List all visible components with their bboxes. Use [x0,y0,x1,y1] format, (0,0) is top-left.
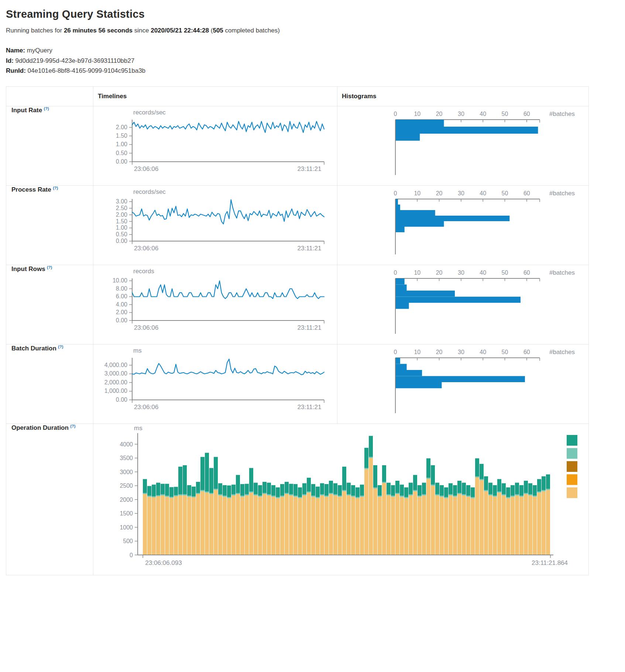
timelines-column-header: Timelines [93,93,127,100]
input-rate-histogram-chart: 0102030405060#batches [337,106,588,185]
svg-text:23:11:21: 23:11:21 [298,404,322,411]
svg-text:0: 0 [394,111,397,117]
process-rate-label-cell: Process Rate (?) [6,185,93,265]
svg-text:0: 0 [130,552,133,558]
svg-text:10: 10 [414,349,420,355]
input-rate-histogram-cell: 0102030405060#batches [337,106,589,185]
svg-text:2.00: 2.00 [116,124,127,130]
svg-text:60: 60 [523,349,530,355]
runid-label: RunId: [6,67,26,74]
svg-text:2,000.00: 2,000.00 [104,379,127,385]
svg-text:#batches: #batches [549,110,575,117]
name-value: myQuery [27,47,52,54]
svg-text:23:06:06: 23:06:06 [134,245,158,252]
header-timelines-cell: Timelines [93,86,337,106]
name-label: Name: [6,47,25,54]
statistics-table: Timelines Histograms Input Rate (?) reco… [6,86,589,575]
svg-text:30: 30 [458,190,464,196]
svg-text:10.00: 10.00 [113,277,127,284]
page: Streaming Query Statistics Running batch… [0,0,625,580]
batch-duration-help-icon[interactable]: (?) [58,344,63,349]
svg-text:4.00: 4.00 [116,301,127,308]
svg-text:3000: 3000 [120,469,133,475]
legend-swatch [567,448,577,459]
svg-text:3.00: 3.00 [116,198,127,205]
svg-text:0.00: 0.00 [116,397,127,403]
svg-text:6.00: 6.00 [116,293,127,299]
input-rows-histogram-cell: 0102030405060#batches [337,265,589,344]
input-rows-row: Input Rows (?) records10.008.006.004.002… [6,265,589,344]
batch-duration-histogram-chart: 0102030405060#batches [337,344,588,423]
svg-text:#batches: #batches [549,349,575,356]
batch-duration-label: Batch Duration [6,345,56,352]
running-summary: Running batches for 26 minutes 56 second… [6,27,619,34]
operation-duration-row: Operation Duration (?) ms400035003000250… [6,424,589,575]
svg-text:0: 0 [394,349,397,355]
input-rate-help-icon[interactable]: (?) [44,106,49,111]
running-duration: 26 minutes 56 seconds [64,27,133,34]
svg-text:1.00: 1.00 [116,224,127,231]
batch-duration-timeline-chart: ms4,000.003,000.002,000.001,000.000.0023… [93,344,335,423]
id-value: 9d0dd219-995d-423e-b97d-36931110bb27 [16,57,135,64]
svg-text:1.00: 1.00 [116,141,127,147]
summary-text: Running batches for [6,27,64,34]
svg-text:23:11:21: 23:11:21 [298,324,322,331]
operation-duration-label: Operation Duration [6,424,69,431]
operation-duration-help-icon[interactable]: (?) [70,424,75,428]
completed-batches-count: 505 [213,27,223,34]
svg-text:2.50: 2.50 [116,205,127,211]
svg-text:2500: 2500 [120,483,133,489]
svg-text:1.50: 1.50 [116,133,127,139]
runid-value: 04e101e6-8bf8-4165-9099-9104c951ba3b [28,67,146,74]
input-rows-label: Input Rows [6,265,45,272]
svg-text:3,000.00: 3,000.00 [104,370,127,377]
svg-text:1500: 1500 [120,510,133,517]
svg-text:#batches: #batches [549,269,575,276]
svg-text:500: 500 [123,538,133,544]
input-rows-help-icon[interactable]: (?) [47,265,52,270]
svg-text:23:11:21.864: 23:11:21.864 [532,559,568,566]
svg-text:1000: 1000 [120,524,133,530]
input-rows-timeline-cell: records10.008.006.004.002.000.0023:06:06… [93,265,337,344]
svg-text:0.00: 0.00 [116,238,127,244]
process-rate-timeline-cell: records/sec3.002.502.001.501.000.500.002… [93,185,337,265]
svg-text:23:11:21: 23:11:21 [298,245,322,252]
svg-text:0.50: 0.50 [116,150,127,156]
svg-text:8.00: 8.00 [116,285,127,292]
input-rate-label-cell: Input Rate (?) [6,106,93,185]
svg-text:40: 40 [480,190,486,196]
input-rows-timeline-chart: records10.008.006.004.002.000.0023:06:06… [93,265,335,344]
svg-text:10: 10 [414,190,420,196]
process-rate-help-icon[interactable]: (?) [53,186,58,190]
svg-text:23:06:06: 23:06:06 [134,165,158,172]
svg-text:23:06:06.093: 23:06:06.093 [145,559,182,566]
svg-text:50: 50 [502,270,508,276]
svg-text:2000: 2000 [120,496,133,503]
svg-text:0.00: 0.00 [116,158,127,165]
input-rows-histogram-chart: 0102030405060#batches [337,265,588,344]
svg-text:2.00: 2.00 [116,309,127,315]
input-rate-timeline-cell: records/sec2.001.501.000.500.0023:06:062… [93,106,337,185]
histograms-column-header: Histograms [337,93,377,100]
svg-text:50: 50 [502,111,508,117]
input-rate-label: Input Rate [6,107,42,114]
table-header-row: Timelines Histograms [6,86,589,106]
operation-duration-label-cell: Operation Duration (?) [6,424,93,575]
input-rate-timeline-chart: records/sec2.001.501.000.500.0023:06:062… [93,106,335,185]
input-rate-row: Input Rate (?) records/sec2.001.501.000.… [6,106,589,185]
svg-text:40: 40 [480,349,486,355]
svg-text:23:06:06: 23:06:06 [134,324,158,331]
process-rate-row: Process Rate (?) records/sec3.002.502.00… [6,185,589,265]
svg-text:records/sec: records/sec [133,109,166,116]
svg-text:20: 20 [436,270,443,276]
svg-text:50: 50 [502,190,508,196]
batch-duration-histogram-cell: 0102030405060#batches [337,344,589,424]
svg-text:ms: ms [133,347,142,354]
svg-text:60: 60 [523,190,530,196]
process-rate-histogram-cell: 0102030405060#batches [337,185,589,265]
batch-duration-timeline-cell: ms4,000.003,000.002,000.001,000.000.0023… [93,344,337,424]
svg-text:ms: ms [134,425,142,432]
svg-text:0: 0 [394,190,397,196]
process-rate-histogram-chart: 0102030405060#batches [337,186,588,264]
query-id-line: Id: 9d0dd219-995d-423e-b97d-36931110bb27 [6,56,619,66]
